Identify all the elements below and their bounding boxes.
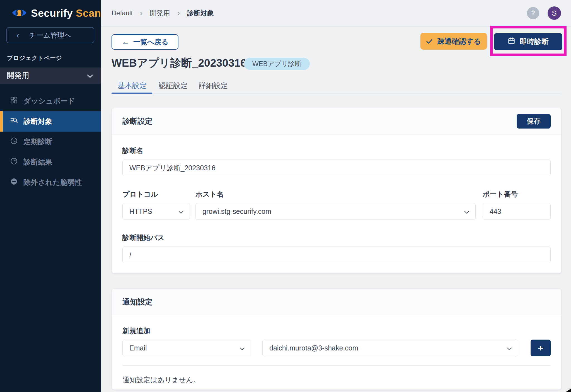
notification-settings-card-header: 通知設定: [112, 289, 561, 315]
tabs-baseline: [112, 93, 562, 94]
avatar-initial: S: [552, 9, 557, 18]
breadcrumb-separator-icon: ›: [140, 9, 142, 17]
notification-recipient-select[interactable]: daichi.murota@3-shake.com: [262, 340, 518, 356]
notification-settings-title: 通知設定: [122, 297, 153, 307]
project-selector[interactable]: 開発用: [0, 67, 101, 84]
check-icon: [426, 37, 432, 46]
chevron-down-icon: [240, 344, 245, 352]
chevron-left-icon: ‹: [16, 31, 19, 39]
host-select[interactable]: growi.stg-securify.com: [195, 203, 476, 220]
pie-chart-icon: [10, 157, 18, 167]
tab-basic-settings[interactable]: 基本設定: [118, 81, 147, 91]
protocol-select[interactable]: HTTPS: [122, 203, 190, 220]
notification-channel-select[interactable]: Email: [122, 340, 251, 356]
help-button[interactable]: ?: [527, 7, 539, 19]
sidebar-item-scan-results[interactable]: 診断結果: [0, 152, 101, 172]
scan-type-badge-label: WEBアプリ診断: [252, 59, 301, 68]
sidebar-item-excluded-vulnerabilities[interactable]: 除外された脆弱性: [0, 172, 101, 193]
notification-recipient-value: daichi.murota@3-shake.com: [269, 344, 358, 352]
notification-settings-card: 通知設定 新規追加 Email daichi.murota@3-shake.co…: [112, 289, 562, 390]
breadcrumb-current-page: 診断対象: [187, 9, 214, 18]
add-notification-button[interactable]: +: [531, 340, 551, 356]
clock-icon: [10, 137, 18, 147]
team-management-label: チーム管理へ: [29, 31, 72, 40]
chevron-down-icon: [87, 71, 93, 80]
main-content: ← 一覧へ戻る 疎通確認する 即時診断 WEBアプリ診断_20230316: [101, 26, 571, 392]
sidebar-item-label: 診断対象: [23, 117, 52, 126]
securify-eye-logo-icon: [12, 7, 27, 20]
start-path-input[interactable]: [122, 246, 551, 263]
scan-type-badge: WEBアプリ診断: [244, 58, 310, 70]
instant-scan-button[interactable]: 即時診断: [494, 33, 562, 50]
tab-auth-settings[interactable]: 認証設定: [159, 81, 188, 91]
connectivity-check-label: 疎通確認する: [437, 37, 481, 46]
minus-circle-icon: [10, 178, 18, 187]
port-label: ポート番号: [483, 190, 551, 198]
tab-advanced-settings[interactable]: 詳細設定: [199, 81, 228, 91]
calendar-icon: [508, 37, 515, 47]
scan-settings-card: 診断設定 保存 診断名 プロトコル HTTPS: [112, 108, 562, 274]
sidebar-item-label: 定期診断: [23, 137, 52, 147]
back-to-list-button[interactable]: ← 一覧へ戻る: [112, 34, 178, 50]
save-button[interactable]: 保存: [517, 114, 551, 129]
sidebar-item-label: 除外された脆弱性: [23, 178, 82, 187]
dashboard-icon: [10, 96, 18, 106]
protocol-value: HTTPS: [129, 207, 152, 216]
breadcrumb-separator-icon: ›: [177, 9, 180, 17]
sidebar-item-scan-targets[interactable]: 診断対象: [0, 111, 101, 132]
team-management-button[interactable]: ‹ チーム管理へ: [6, 27, 94, 43]
arrow-left-icon: ←: [122, 38, 129, 47]
project-selector-label: 開発用: [7, 71, 29, 81]
protocol-label: プロトコル: [122, 190, 190, 198]
user-avatar[interactable]: S: [548, 6, 561, 20]
breadcrumb-project[interactable]: 開発用: [150, 9, 170, 18]
securify-scan-app: Securify Scan ‹ チーム管理へ プロジェクトページ 開発用 ダッシ: [0, 0, 571, 392]
notification-channel-value: Email: [129, 344, 147, 352]
notification-divider: [122, 365, 551, 366]
project-page-section-label: プロジェクトページ: [7, 54, 62, 62]
sidebar-item-label: ダッシュボード: [23, 96, 75, 106]
sidebar-menu: ダッシュボード 診断対象 定期診断: [0, 91, 101, 193]
connectivity-check-button[interactable]: 疎通確認する: [420, 33, 487, 50]
chevron-down-icon: [178, 207, 183, 216]
help-icon: ?: [531, 9, 535, 17]
page-title: WEBアプリ診断_20230316: [112, 56, 246, 70]
instant-scan-label: 即時診断: [520, 37, 549, 47]
brand-name: Securify Scan: [31, 8, 101, 19]
breadcrumb-team[interactable]: Default: [112, 9, 133, 17]
notification-empty-message: 通知設定はありません。: [122, 375, 551, 384]
chevron-down-icon: [464, 207, 469, 216]
host-value: growi.stg-securify.com: [202, 207, 271, 216]
add-new-label: 新規追加: [122, 327, 551, 335]
highlight-annotation: 即時診断: [490, 26, 567, 56]
notification-settings-card-body: 新規追加 Email daichi.murota@3-shake.com: [112, 315, 561, 384]
sidebar-item-dashboard[interactable]: ダッシュボード: [0, 91, 101, 111]
sidebar-item-label: 診断結果: [23, 157, 52, 167]
topbar: Default › 開発用 › 診断対象 ? S: [101, 0, 571, 26]
scan-target-icon: [10, 117, 18, 126]
scan-name-input[interactable]: [122, 159, 551, 176]
sidebar-item-scheduled-scans[interactable]: 定期診断: [0, 132, 101, 152]
start-path-label: 診断開始パス: [122, 234, 551, 241]
scan-name-label: 診断名: [122, 147, 551, 154]
scan-settings-title: 診断設定: [122, 116, 153, 126]
sidebar: Securify Scan ‹ チーム管理へ プロジェクトページ 開発用 ダッシ: [0, 0, 101, 392]
scan-settings-card-body: 診断名 プロトコル HTTPS ホスト名: [112, 134, 561, 263]
scan-settings-card-header: 診断設定 保存: [112, 108, 561, 134]
app-logo[interactable]: Securify Scan: [0, 0, 101, 20]
back-to-list-label: 一覧へ戻る: [133, 37, 168, 47]
chevron-down-icon: [507, 344, 512, 352]
active-tab-underline: [112, 93, 152, 94]
breadcrumb: Default › 開発用 › 診断対象: [112, 0, 214, 26]
port-input[interactable]: [483, 203, 551, 220]
host-label: ホスト名: [195, 190, 476, 198]
